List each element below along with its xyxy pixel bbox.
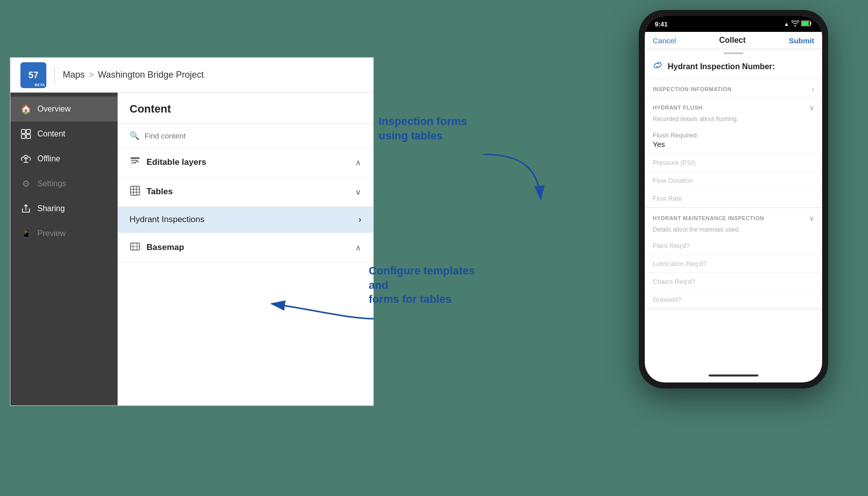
- phone-notch: [704, 16, 763, 28]
- collect-title: Collect: [719, 36, 745, 45]
- sidebar-label-sharing: Sharing: [37, 204, 65, 213]
- preview-icon: 📱: [20, 228, 31, 239]
- tables-icon: [130, 185, 141, 198]
- hydrant-maintenance-header[interactable]: HYDRANT MAINTENANCE INSPECTION ∨: [645, 208, 822, 226]
- field-paint-req: Paint Req'd?: [645, 237, 822, 255]
- section-tables[interactable]: Tables ∨: [118, 177, 373, 207]
- breadcrumb-maps[interactable]: Maps: [63, 70, 85, 80]
- header-divider: [54, 66, 55, 84]
- inspection-info-header[interactable]: INSPECTION INFORMATION ›: [645, 79, 822, 97]
- flow-rate-label: Flow Rate: [653, 195, 814, 202]
- phone-home-bar: [645, 369, 822, 382]
- flow-duration-label: Flow Duration: [653, 177, 814, 184]
- sidebar-item-content[interactable]: Content: [10, 122, 118, 146]
- paint-req-label: Paint Req'd?: [653, 242, 814, 249]
- logo-text: 57: [28, 71, 38, 80]
- field-pressure: Pressure (PSI): [645, 154, 822, 172]
- phone-app-bar: Cancel Collect Submit: [645, 32, 822, 49]
- sidebar-label-overview: Overview: [37, 105, 71, 114]
- content-panel: Content 🔍: [118, 93, 373, 405]
- hydrant-number-label: Hydrant Inspection Number:: [668, 62, 775, 71]
- hydrant-maintenance-desc: Details about the materials used.: [645, 226, 822, 237]
- annotation-configure-templates: Configure templates and forms for tables: [369, 264, 475, 307]
- signal-icon: ▲: [784, 21, 789, 27]
- form-hydrant-number-header: Hydrant Inspection Number:: [645, 54, 822, 79]
- lubrication-req-label: Lubrication Req'd?: [653, 260, 814, 267]
- phone-container: 9:41 ▲: [639, 10, 828, 388]
- sidebar-item-preview[interactable]: 📱 Preview: [10, 221, 118, 246]
- sidebar: 🏠 Overview Content: [10, 93, 118, 405]
- inspection-info-label: INSPECTION INFORMATION: [653, 86, 731, 92]
- breadcrumb-project[interactable]: Washington Bridge Project: [98, 70, 204, 80]
- content-icon: [20, 128, 31, 139]
- section-hydrant-maintenance: HYDRANT MAINTENANCE INSPECTION ∨ Details…: [645, 208, 822, 309]
- phone-screen: 9:41 ▲: [645, 16, 822, 382]
- chains-req-label: Chains Req'd?: [653, 278, 814, 285]
- home-indicator: [709, 374, 758, 376]
- phone-body: 9:41 ▲: [639, 10, 828, 388]
- sidebar-item-offline[interactable]: Offline: [10, 146, 118, 171]
- svg-rect-6: [131, 186, 140, 195]
- sidebar-item-settings[interactable]: ⚙ Settings: [10, 171, 118, 196]
- phone-status-icons: ▲: [784, 20, 812, 27]
- svg-rect-0: [21, 129, 25, 133]
- svg-rect-3: [26, 134, 30, 138]
- content-header: Content: [118, 93, 373, 124]
- section-basemap[interactable]: Basemap ∧: [118, 233, 373, 262]
- sidebar-label-content: Content: [37, 129, 65, 138]
- offline-icon: [20, 153, 31, 164]
- phone-notch-area: 9:41 ▲: [645, 16, 822, 32]
- sidebar-label-settings: Settings: [37, 179, 66, 188]
- field-flow-rate: Flow Rate: [645, 190, 822, 208]
- hydrant-flush-header[interactable]: HYDRANT FLUSH ∨: [645, 98, 822, 116]
- svg-rect-14: [802, 21, 809, 25]
- submit-button[interactable]: Submit: [789, 36, 814, 45]
- breadcrumb: Maps > Washington Bridge Project: [63, 70, 204, 80]
- hydrant-inspections-label: Hydrant Inspections: [130, 215, 204, 225]
- search-icon: 🔍: [130, 131, 140, 140]
- basemap-icon: [130, 241, 141, 254]
- tables-label: Tables: [146, 187, 173, 197]
- hydrant-inspections-arrow: ›: [359, 215, 361, 224]
- settings-icon: ⚙: [20, 178, 31, 189]
- link-icon: [653, 60, 663, 73]
- flush-required-label: Flush Required: [653, 131, 814, 139]
- basemap-label: Basemap: [146, 243, 184, 252]
- logo-beta: BETA: [34, 83, 45, 87]
- svg-rect-4: [131, 157, 140, 159]
- basemap-chevron: ∧: [355, 243, 361, 252]
- field-greased: Greased?: [645, 291, 822, 309]
- sidebar-item-sharing[interactable]: Sharing: [10, 196, 118, 221]
- hydrant-flush-chevron: ∨: [809, 104, 814, 112]
- svg-rect-2: [21, 134, 25, 138]
- section-hydrant-flush: HYDRANT FLUSH ∨ Recorded details about f…: [645, 98, 822, 208]
- scene: 57 BETA Maps > Washington Bridge Project…: [0, 0, 868, 496]
- tables-chevron: ∨: [355, 187, 361, 197]
- annotation-inspection-forms: Inspection forms using tables: [379, 115, 467, 143]
- sharing-icon: [20, 203, 31, 214]
- app-header: 57 BETA Maps > Washington Bridge Project: [10, 58, 373, 93]
- desktop-app: 57 BETA Maps > Washington Bridge Project…: [10, 57, 374, 406]
- hydrant-inspections-item[interactable]: Hydrant Inspections ›: [118, 207, 373, 233]
- cancel-button[interactable]: Cancel: [653, 36, 676, 45]
- field-flush-required: Flush Required Yes: [645, 126, 822, 154]
- content-title: Content: [130, 103, 171, 115]
- hydrant-flush-desc: Recorded details about flushing.: [645, 116, 822, 126]
- svg-rect-1: [26, 129, 30, 133]
- greased-label: Greased?: [653, 296, 814, 303]
- section-editable-layers[interactable]: Editable layers ∧: [118, 148, 373, 177]
- search-input[interactable]: [145, 131, 361, 140]
- sidebar-item-overview[interactable]: 🏠 Overview: [10, 97, 118, 122]
- editable-layers-chevron: ∧: [355, 158, 361, 167]
- flush-required-value: Yes: [653, 140, 814, 148]
- field-lubrication-req: Lubrication Req'd?: [645, 255, 822, 273]
- sidebar-label-preview: Preview: [37, 229, 66, 238]
- svg-rect-5: [131, 160, 137, 161]
- pressure-label: Pressure (PSI): [653, 159, 814, 166]
- phone-time: 9:41: [655, 20, 668, 28]
- app-body: 🏠 Overview Content: [10, 93, 373, 405]
- hydrant-maintenance-chevron: ∨: [809, 214, 814, 222]
- app-logo: 57 BETA: [20, 62, 46, 88]
- search-bar[interactable]: 🔍: [118, 124, 373, 148]
- inspection-info-chevron: ›: [812, 85, 814, 93]
